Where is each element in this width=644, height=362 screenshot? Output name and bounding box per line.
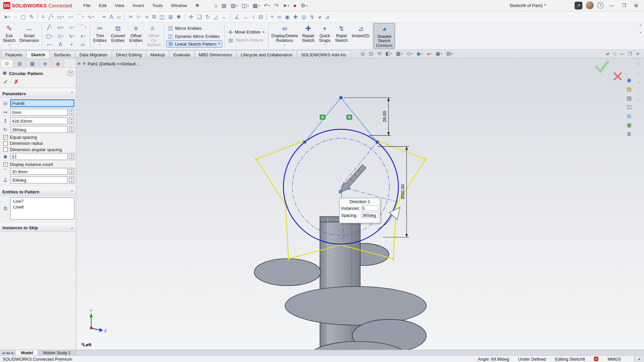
sketch-tool-icon[interactable]: ✎ <box>28 12 35 21</box>
equal-spacing-checkbox[interactable] <box>3 135 8 139</box>
restore-button[interactable]: ❐ <box>620 2 629 9</box>
dropdown-caret-icon[interactable]: ▾ <box>84 35 85 38</box>
relations-icon[interactable]: ∞ <box>276 12 282 21</box>
next-tab-icon[interactable]: ▶ <box>8 351 11 355</box>
instant2d-icon[interactable]: ⊿ <box>324 12 331 21</box>
dropdown-caret-icon[interactable]: ▾ <box>62 35 63 38</box>
user-avatar[interactable] <box>586 1 594 9</box>
instance-count-spinner[interactable]: ▲▼ <box>69 153 74 160</box>
instance-count-input[interactable]: 5 <box>10 153 68 160</box>
circular-pattern-tool-icon[interactable]: ✱ <box>175 12 182 21</box>
ok-button[interactable]: ✓ <box>3 78 8 85</box>
slot-icon[interactable]: ▢▾ <box>44 32 55 40</box>
dimension-26-text[interactable]: 26.00 <box>382 111 387 122</box>
shaded-sketch-contours-button[interactable]: ◕ Shaded Sketch Contours <box>373 23 395 49</box>
dock-icon[interactable]: □ <box>612 51 617 57</box>
dropdown-caret-icon[interactable]: ▾ <box>51 26 52 29</box>
select-arrow-icon[interactable]: ➤▾ <box>2 12 11 21</box>
previous-view-icon[interactable]: ⟲ <box>376 50 383 57</box>
dropdown-caret-icon[interactable]: ▾ <box>9 15 10 18</box>
prev-tab-icon[interactable]: ◀ <box>5 351 8 355</box>
pattern-center-input[interactable]: Point6 <box>10 99 74 107</box>
dropdown-caret-icon[interactable]: ▾ <box>288 4 289 7</box>
centerline-tool-icon[interactable]: ╍ <box>101 12 107 21</box>
horizontal-dimension-icon[interactable]: ↔ <box>242 12 250 21</box>
menu-window[interactable]: Window <box>167 2 191 9</box>
dropdown-caret-icon[interactable]: ▾ <box>390 52 392 55</box>
collapse-ribbon-icon[interactable]: ⌃ <box>639 24 642 28</box>
menu-view[interactable]: View <box>111 2 128 9</box>
tab-surfaces[interactable]: Surfaces <box>49 51 75 58</box>
rail-expand-icon[interactable]: ▵ <box>637 78 641 84</box>
dropdown-caret-icon[interactable]: ▾ <box>258 4 260 7</box>
threedexperience-status-icon[interactable] <box>594 357 598 361</box>
pm-tab-appearance[interactable]: ◉ <box>52 59 64 67</box>
dropdown-caret-icon[interactable]: ▾ <box>71 15 73 18</box>
smart-dimension-button[interactable]: ↔ Smart Dimension <box>17 23 41 49</box>
tab-markup[interactable]: Markup <box>146 51 169 58</box>
display-style-icon[interactable]: ◇▾ <box>406 50 414 57</box>
auger-blade[interactable] <box>254 258 321 286</box>
flyout-feature-tree[interactable]: ▶ ◆ Part1 (Default) <<Default... <box>78 61 139 66</box>
lasso-select-icon[interactable]: ◌ <box>12 12 18 21</box>
offset-entities-button[interactable]: ≡ Offset Entities ⌄ <box>127 23 145 49</box>
text-tool-icon[interactable]: A <box>108 12 114 21</box>
trim-tool-icon[interactable]: ✂ <box>127 12 135 21</box>
quick-snaps-button[interactable]: ⌖ Quick Snaps ⌄ <box>317 23 333 49</box>
scene-icon[interactable]: ▣▾ <box>434 50 443 57</box>
tab-addins[interactable]: SOLIDWORKS Add-Ins <box>297 51 351 58</box>
dropdown-caret-icon[interactable]: ▾ <box>247 4 249 7</box>
tab-motion-study[interactable]: Motion Study 1 <box>38 350 76 355</box>
baseline-dimension-icon[interactable]: ⊟ <box>257 12 264 21</box>
tab-evaluate[interactable]: Evaluate <box>169 51 195 58</box>
auger-blade[interactable] <box>285 287 426 325</box>
exit-sketch-button[interactable]: ✎ Exit Sketch ⌄ <box>1 23 17 49</box>
equal-relation-badge[interactable] <box>320 115 325 119</box>
dropdown-caret-icon[interactable]: ▾ <box>52 35 53 38</box>
pm-tab-display[interactable]: ⊕ <box>39 59 51 67</box>
pm-tab-properties[interactable]: ⚙ <box>1 59 13 67</box>
rapid-sketch-button[interactable]: ↯ Rapid Sketch <box>333 23 350 49</box>
chevron-down-icon[interactable]: ⌄ <box>8 43 10 46</box>
center-y-input[interactable]: 428.93mm <box>10 117 68 124</box>
dropdown-caret-icon[interactable]: ▾ <box>430 52 431 55</box>
display-instance-count-checkbox[interactable] <box>3 162 8 166</box>
plane-icon[interactable]: ▱ <box>77 40 88 49</box>
dropdown-caret-icon[interactable]: ▾ <box>421 52 423 55</box>
menu-tools[interactable]: Tools <box>149 2 166 9</box>
chevron-down-icon[interactable]: ⌄ <box>135 43 137 46</box>
cancel-button[interactable]: ✗ <box>14 78 18 85</box>
arc-tool-icon[interactable]: ⌒▾ <box>75 12 85 21</box>
dropdown-caret-icon[interactable]: ▾ <box>73 35 75 38</box>
home-icon[interactable]: ⌂ <box>213 2 219 9</box>
first-tab-icon[interactable]: |◀ <box>2 351 5 355</box>
repair-sketch-button[interactable]: ✚ Repair Sketch <box>300 23 317 49</box>
rapid-sketch-icon[interactable]: ↯ <box>309 12 316 21</box>
stretch-tool-icon[interactable]: ↔ <box>220 12 228 21</box>
point-icon[interactable]: • <box>66 40 77 49</box>
instant2d-button[interactable]: ⊿ Instant2D <box>350 23 372 49</box>
pattern-angle-spinner[interactable]: ▲▼ <box>69 126 74 133</box>
view-settings-icon[interactable]: ▤▾ <box>445 50 454 57</box>
options-icon[interactable]: ⚙▾ <box>299 2 309 9</box>
minimize-button[interactable]: — <box>607 2 616 9</box>
center-y-spinner[interactable]: ▲▼ <box>69 117 74 124</box>
auger-shaft[interactable] <box>320 217 360 350</box>
dropdown-caret-icon[interactable]: ▾ <box>451 52 453 55</box>
move-tool-icon[interactable]: ✛ <box>187 12 195 21</box>
list-item[interactable]: Line6 <box>11 204 74 210</box>
line-tool-icon[interactable]: ╱▾ <box>47 12 54 21</box>
tooltip-instances-value[interactable]: 5 <box>361 205 378 211</box>
dropdown-caret-icon[interactable]: ▾ <box>441 52 442 55</box>
design-library-icon[interactable]: ▤ <box>626 85 633 93</box>
new-document-icon[interactable]: ▤ <box>220 2 228 9</box>
rectangle-tool-icon[interactable]: ▭▾ <box>56 12 65 21</box>
spline-tool-icon[interactable]: ∿▾ <box>86 12 95 21</box>
threedexperience-icon[interactable]: ● <box>291 2 298 9</box>
panel-help-icon[interactable]: ? <box>67 70 73 76</box>
dropdown-caret-icon[interactable]: ▾ <box>82 15 84 18</box>
view-orientation-icon[interactable]: ▦▾ <box>395 50 404 57</box>
expand-tree-icon[interactable]: ▶ <box>78 61 81 65</box>
pattern-radius-input[interactable]: 30.9mm <box>10 168 68 175</box>
pin-menu-icon[interactable]: ✜ <box>192 2 203 9</box>
